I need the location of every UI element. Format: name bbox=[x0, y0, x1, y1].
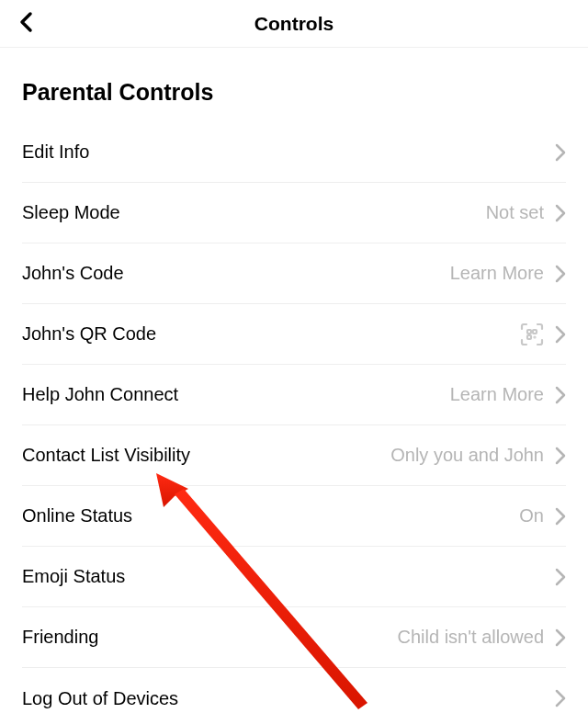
row-label: Edit Info bbox=[22, 141, 89, 163]
svg-rect-0 bbox=[527, 330, 531, 334]
row-label: Sleep Mode bbox=[22, 202, 120, 223]
page-title: Controls bbox=[0, 13, 588, 35]
row-online-status[interactable]: Online Status On bbox=[22, 486, 566, 547]
row-right: Child isn't allowed bbox=[398, 627, 566, 648]
row-right bbox=[544, 689, 566, 707]
row-johns-qr-code[interactable]: John's QR Code bbox=[22, 304, 566, 365]
row-value: Learn More bbox=[450, 263, 544, 284]
row-right: On bbox=[519, 505, 566, 526]
row-johns-code[interactable]: John's Code Learn More bbox=[22, 243, 566, 304]
svg-point-3 bbox=[535, 336, 536, 337]
row-help-john-connect[interactable]: Help John Connect Learn More bbox=[22, 365, 566, 425]
row-value: Learn More bbox=[450, 384, 544, 405]
chevron-right-icon bbox=[555, 689, 566, 707]
row-label: Emoji Status bbox=[22, 566, 125, 587]
qr-code-icon bbox=[520, 323, 544, 346]
row-right bbox=[520, 323, 566, 346]
chevron-right-icon bbox=[555, 143, 566, 162]
chevron-right-icon bbox=[555, 507, 566, 526]
row-emoji-status[interactable]: Emoji Status bbox=[22, 547, 566, 607]
row-value: Child isn't allowed bbox=[398, 627, 544, 648]
svg-rect-1 bbox=[533, 330, 537, 334]
chevron-right-icon bbox=[555, 568, 566, 586]
chevron-left-icon bbox=[18, 11, 35, 33]
row-label: John's Code bbox=[22, 263, 124, 284]
row-value: On bbox=[519, 505, 544, 526]
row-sleep-mode[interactable]: Sleep Mode Not set bbox=[22, 183, 566, 243]
back-button[interactable] bbox=[18, 11, 35, 37]
row-contact-list-visibility[interactable]: Contact List Visibility Only you and Joh… bbox=[22, 425, 566, 486]
row-right bbox=[544, 568, 566, 586]
chevron-right-icon bbox=[555, 628, 566, 647]
row-right: Not set bbox=[486, 202, 566, 223]
row-log-out-of-devices[interactable]: Log Out of Devices bbox=[22, 668, 566, 713]
row-right: Only you and John bbox=[390, 445, 566, 466]
chevron-right-icon bbox=[555, 325, 566, 344]
row-right: Learn More bbox=[450, 263, 566, 284]
chevron-right-icon bbox=[555, 204, 566, 222]
row-value: Only you and John bbox=[390, 445, 544, 466]
content-area: Parental Controls Edit Info Sleep Mode N… bbox=[0, 79, 588, 713]
chevron-right-icon bbox=[555, 447, 566, 465]
svg-rect-2 bbox=[527, 335, 531, 339]
row-edit-info[interactable]: Edit Info bbox=[22, 122, 566, 183]
row-label: Friending bbox=[22, 627, 98, 648]
chevron-right-icon bbox=[555, 386, 566, 404]
row-friending[interactable]: Friending Child isn't allowed bbox=[22, 607, 566, 668]
row-right bbox=[544, 143, 566, 162]
row-right: Learn More bbox=[450, 384, 566, 405]
row-label: Help John Connect bbox=[22, 384, 178, 405]
row-label: Online Status bbox=[22, 505, 132, 526]
header-bar: Controls bbox=[0, 0, 588, 48]
row-label: John's QR Code bbox=[22, 323, 156, 345]
row-label: Log Out of Devices bbox=[22, 688, 178, 709]
row-label: Contact List Visibility bbox=[22, 445, 190, 466]
section-title: Parental Controls bbox=[22, 79, 566, 106]
row-value: Not set bbox=[486, 202, 544, 223]
chevron-right-icon bbox=[555, 265, 566, 283]
